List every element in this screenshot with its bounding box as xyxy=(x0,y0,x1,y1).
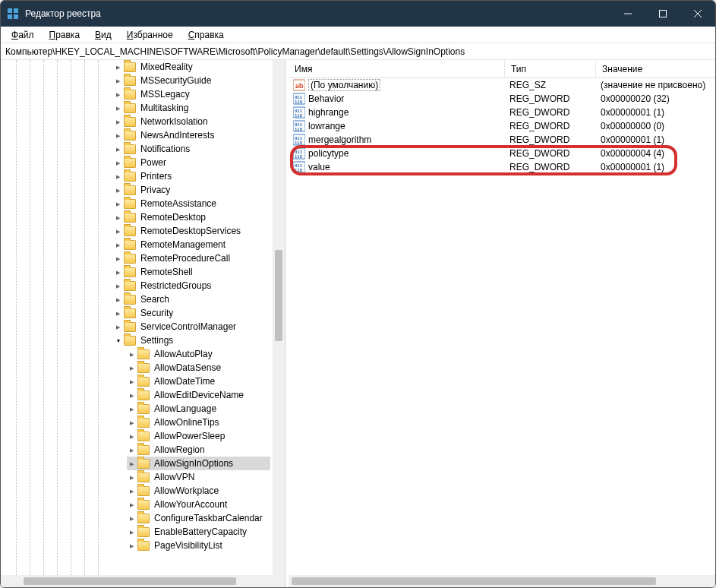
value-row[interactable]: mergealgorithm REG_DWORD 0x00000001 (1) xyxy=(289,133,715,147)
chevron-down-icon[interactable]: ▼ xyxy=(115,337,122,343)
tree-item[interactable]: ▶ RestrictedGroups xyxy=(113,279,270,292)
tree-item[interactable]: ▶ Security xyxy=(113,306,270,320)
chevron-right-icon[interactable]: ▶ xyxy=(128,460,136,466)
chevron-right-icon[interactable]: ▶ xyxy=(115,119,122,125)
tree-item[interactable]: ▶ MSSecurityGuide xyxy=(113,74,270,87)
chevron-right-icon[interactable]: ▶ xyxy=(115,214,122,220)
tree-item[interactable]: ▶ RemoteDesktop xyxy=(113,210,270,224)
menu-favorites[interactable]: Избранное xyxy=(121,28,179,42)
col-data[interactable]: Значение xyxy=(596,60,715,77)
chevron-right-icon[interactable]: ▶ xyxy=(115,77,122,84)
chevron-right-icon[interactable]: ▶ xyxy=(128,406,136,412)
tree-item[interactable]: ▶ AllowDateTime xyxy=(127,375,270,388)
tree-item[interactable]: ▶ Power xyxy=(113,156,270,169)
maximize-button[interactable] xyxy=(645,1,680,27)
chevron-right-icon[interactable]: ▶ xyxy=(128,419,136,425)
tree-item[interactable]: ▶ NetworkIsolation xyxy=(113,115,270,128)
chevron-right-icon[interactable]: ▶ xyxy=(115,132,122,138)
chevron-right-icon[interactable]: ▶ xyxy=(115,64,122,70)
chevron-right-icon[interactable]: ▶ xyxy=(128,501,136,507)
tree-label: RemoteShell xyxy=(139,267,194,277)
chevron-right-icon[interactable]: ▶ xyxy=(128,488,136,494)
chevron-right-icon[interactable]: ▶ xyxy=(115,283,122,289)
minimize-button[interactable] xyxy=(610,1,645,27)
chevron-right-icon[interactable]: ▶ xyxy=(128,529,136,535)
tree-item[interactable]: ▶ AllowPowerSleep xyxy=(127,429,270,443)
tree-item[interactable]: ▶ RemoteAssistance xyxy=(113,197,270,210)
chevron-right-icon[interactable]: ▶ xyxy=(115,296,122,302)
chevron-right-icon[interactable]: ▶ xyxy=(128,447,136,453)
chevron-right-icon[interactable]: ▶ xyxy=(128,378,136,384)
tree-item[interactable]: ▶ AllowSignInOptions xyxy=(127,457,270,470)
value-row[interactable]: policytype REG_DWORD 0x00000004 (4) xyxy=(289,147,715,160)
chevron-right-icon[interactable]: ▶ xyxy=(128,433,136,439)
chevron-right-icon[interactable]: ▶ xyxy=(128,365,136,371)
tree-item[interactable]: ▶ NewsAndInterests xyxy=(113,128,270,142)
chevron-right-icon[interactable]: ▶ xyxy=(115,324,122,330)
chevron-right-icon[interactable]: ▶ xyxy=(115,187,122,193)
value-row[interactable]: value REG_DWORD 0x00000001 (1) xyxy=(289,160,715,174)
chevron-right-icon[interactable]: ▶ xyxy=(128,392,136,398)
chevron-right-icon[interactable]: ▶ xyxy=(115,173,122,179)
tree-item[interactable]: ▶ ServiceControlManager xyxy=(113,320,270,334)
menu-help[interactable]: Справка xyxy=(182,28,230,42)
tree-item[interactable]: ▶ AllowDataSense xyxy=(127,361,270,375)
tree-item-settings[interactable]: ▼ Settings xyxy=(113,334,270,347)
tree-horizontal-scrollbar[interactable] xyxy=(1,575,285,587)
chevron-right-icon[interactable]: ▶ xyxy=(115,242,122,248)
tree-item[interactable]: ▶ AllowAutoPlay xyxy=(127,347,270,361)
tree-item[interactable]: ▶ ConfigureTaskbarCalendar xyxy=(127,511,270,525)
binary-value-icon xyxy=(293,147,305,160)
tree-item[interactable]: ▶ AllowYourAccount xyxy=(127,498,270,511)
tree-item[interactable]: ▶ RemoteShell xyxy=(113,265,270,279)
tree-item[interactable]: ▶ AllowVPN xyxy=(127,470,270,484)
chevron-right-icon[interactable]: ▶ xyxy=(115,228,122,234)
tree-item[interactable]: ▶ EnableBatteryCapacity xyxy=(127,525,270,539)
chevron-right-icon[interactable]: ▶ xyxy=(128,474,136,480)
chevron-right-icon[interactable]: ▶ xyxy=(115,146,122,152)
menu-view[interactable]: Вид xyxy=(89,28,118,42)
tree-item[interactable]: ▶ Search xyxy=(113,292,270,306)
value-row[interactable]: (По умолчанию) REG_SZ (значение не присв… xyxy=(289,78,715,92)
folder-icon xyxy=(137,541,150,551)
chevron-right-icon[interactable]: ▶ xyxy=(128,515,136,521)
string-value-icon xyxy=(293,79,305,91)
tree-item[interactable]: ▶ MSSLegacy xyxy=(113,87,270,101)
menu-edit[interactable]: Правка xyxy=(43,28,87,42)
tree-item[interactable]: ▶ Privacy xyxy=(113,183,270,197)
tree-item[interactable]: ▶ MixedReality xyxy=(113,60,270,74)
tree-item[interactable]: ▶ AllowEditDeviceName xyxy=(127,388,270,402)
chevron-right-icon[interactable]: ▶ xyxy=(115,269,122,275)
values-horizontal-scrollbar[interactable] xyxy=(289,575,715,587)
tree-item[interactable]: ▶ AllowRegion xyxy=(127,443,270,457)
chevron-right-icon[interactable]: ▶ xyxy=(115,201,122,207)
chevron-right-icon[interactable]: ▶ xyxy=(128,351,136,357)
chevron-right-icon[interactable]: ▶ xyxy=(128,542,136,548)
chevron-right-icon[interactable]: ▶ xyxy=(115,91,122,97)
chevron-right-icon[interactable]: ▶ xyxy=(115,160,122,166)
tree-item[interactable]: ▶ AllowWorkplace xyxy=(127,484,270,498)
tree-vertical-scrollbar[interactable] xyxy=(273,60,285,575)
menubar: Файл Правка Вид Избранное Справка xyxy=(1,27,715,43)
chevron-right-icon[interactable]: ▶ xyxy=(115,105,122,111)
tree-item[interactable]: ▶ PageVisibilityList xyxy=(127,539,270,552)
tree-item[interactable]: ▶ AllowLanguage xyxy=(127,402,270,416)
tree-item[interactable]: ▶ Printers xyxy=(113,169,270,183)
tree-item[interactable]: ▶ AllowOnlineTips xyxy=(127,416,270,429)
tree-item[interactable]: ▶ RemoteManagement xyxy=(113,238,270,251)
chevron-right-icon[interactable]: ▶ xyxy=(115,310,122,316)
value-row[interactable]: highrange REG_DWORD 0x00000001 (1) xyxy=(289,106,715,119)
tree-item[interactable]: ▶ RemoteProcedureCall xyxy=(113,251,270,265)
tree-item[interactable]: ▶ RemoteDesktopServices xyxy=(113,224,270,238)
col-name[interactable]: Имя xyxy=(289,60,505,77)
menu-file[interactable]: Файл xyxy=(5,28,40,42)
tree-item[interactable]: ▶ Multitasking xyxy=(113,101,270,115)
close-button[interactable] xyxy=(680,1,715,27)
tree-item[interactable]: ▶ Notifications xyxy=(113,142,270,156)
chevron-right-icon[interactable]: ▶ xyxy=(115,255,122,261)
col-type[interactable]: Тип xyxy=(505,60,596,77)
address-bar[interactable]: Компьютер\HKEY_LOCAL_MACHINE\SOFTWARE\Mi… xyxy=(1,43,715,60)
value-row[interactable]: lowrange REG_DWORD 0x00000000 (0) xyxy=(289,119,715,133)
address-path: Компьютер\HKEY_LOCAL_MACHINE\SOFTWARE\Mi… xyxy=(5,46,465,57)
value-row[interactable]: Behavior REG_DWORD 0x00000020 (32) xyxy=(289,92,715,106)
